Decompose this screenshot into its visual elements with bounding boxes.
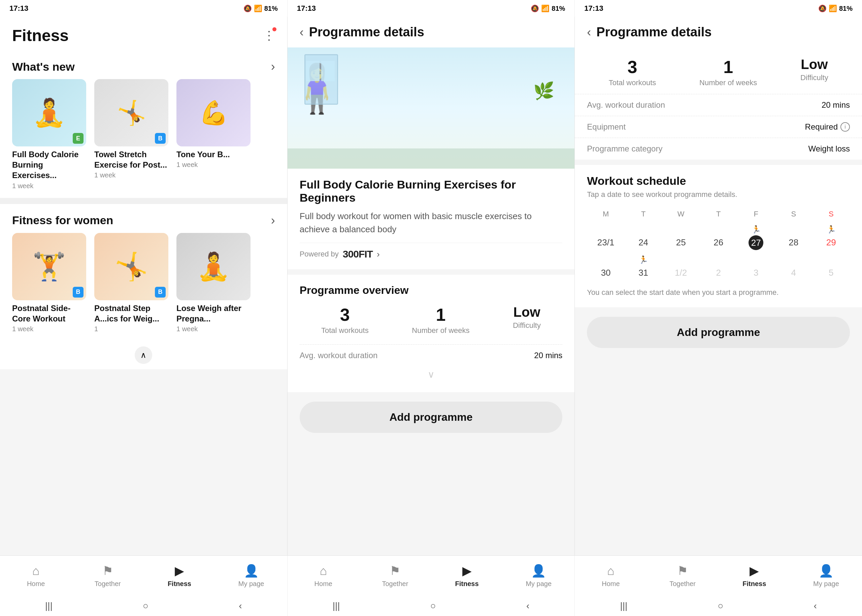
nav-item-home-2[interactable]: ⌂ Home xyxy=(288,556,359,596)
prog-header-middle: ‹ Programme details xyxy=(288,17,575,47)
cal-28[interactable]: 28 xyxy=(775,235,813,250)
p3-equipment-row: Equipment Required i xyxy=(575,116,862,138)
back-button-middle[interactable]: ‹ xyxy=(300,25,304,39)
brand-logo: 300FIT xyxy=(343,248,373,260)
avg-duration-value: 20 mins xyxy=(534,351,562,360)
card-badge-4: B xyxy=(73,287,83,297)
card-tone[interactable]: 💪 Tone Your B... 1 week xyxy=(176,79,250,190)
together-label: Together xyxy=(94,580,121,588)
cal-marker-empty-3 xyxy=(662,225,700,234)
card-title-1: Full Body Calorie Burning Exercises... xyxy=(12,149,86,181)
status-bar-panel-1: 17:13 🔕 📶 81% xyxy=(0,0,288,17)
time-2: 17:13 xyxy=(297,4,316,13)
add-programme-button-right[interactable]: Add programme xyxy=(587,317,850,348)
cal-27-container[interactable]: 27 xyxy=(737,235,775,250)
prog-scroll-right[interactable]: 3 Total workouts 1 Number of weeks Low D… xyxy=(575,47,862,555)
card-duration-3: 1 week xyxy=(176,161,250,169)
mypage-label-2: My page xyxy=(525,580,552,588)
home-label-2: Home xyxy=(315,580,332,588)
fitness-menu-button[interactable]: ⋮ xyxy=(263,28,275,43)
card-lose-weight[interactable]: 🧘 Lose Weigh after Pregna... 1 week xyxy=(176,233,250,333)
card-title-4: Postnatal Side-Core Workout xyxy=(12,303,86,324)
cal-25[interactable]: 25 xyxy=(662,235,700,250)
nav-item-together[interactable]: ⚑ Together xyxy=(72,556,143,596)
p3-category-row: Programme category Weight loss xyxy=(575,138,862,160)
cal-29[interactable]: 29 xyxy=(812,235,850,250)
cal-marker-empty-4 xyxy=(700,225,738,234)
mute-icon-2: 🔕 xyxy=(531,5,539,13)
system-nav: ||| ○ ‹ ||| ○ ‹ ||| ○ ‹ xyxy=(0,596,862,616)
fitness-women-header: Fitness for women › xyxy=(0,204,287,233)
cal-31[interactable]: 31 xyxy=(624,266,662,280)
together-icon-3: ⚑ xyxy=(677,564,688,578)
cal-24[interactable]: 24 xyxy=(624,235,662,250)
card-towel[interactable]: 🤸 B Towel Stretch Exercise for Post... 1… xyxy=(94,79,168,190)
whats-new-arrow[interactable]: › xyxy=(271,60,275,74)
sys-home-1[interactable]: ○ xyxy=(143,600,148,611)
mute-icon-3: 🔕 xyxy=(818,5,827,13)
nav-item-mypage-3[interactable]: 👤 My page xyxy=(790,556,862,596)
nav-item-together-3[interactable]: ⚑ Together xyxy=(647,556,719,596)
total-workouts-num: 3 xyxy=(321,305,369,325)
cal-3[interactable]: 3 xyxy=(737,266,775,280)
nav-item-fitness-3[interactable]: ▶ Fitness xyxy=(719,556,790,596)
sys-back-3[interactable]: ‹ xyxy=(814,600,817,611)
sys-back-1[interactable]: ‹ xyxy=(239,600,242,611)
programme-name: Full Body Calorie Burning Exercises for … xyxy=(300,178,563,204)
prog-title-right: Programme details xyxy=(596,25,711,39)
whats-new-cards: 🧘 E Full Body Calorie Burning Exercises.… xyxy=(0,79,287,198)
card-postnatal-step[interactable]: 🤸 B Postnatal Step A...ics for Weig... 1 xyxy=(94,233,168,333)
add-programme-button-middle[interactable]: Add programme xyxy=(300,402,563,433)
cal-30[interactable]: 30 xyxy=(587,266,624,280)
cal-4[interactable]: 4 xyxy=(775,266,813,280)
cal-marker-fri: 🏃 xyxy=(737,225,775,234)
sys-home-3[interactable]: ○ xyxy=(717,600,723,611)
cal-marker-empty-5 xyxy=(775,225,813,234)
cal-5[interactable]: 5 xyxy=(812,266,850,280)
scroll-up-button[interactable]: ∧ xyxy=(135,346,152,364)
cal-day-Sun: S xyxy=(812,207,850,221)
status-bar-row: 17:13 🔕 📶 81% 17:13 🔕 📶 81% 17:13 🔕 📶 81… xyxy=(0,0,862,17)
p3-avg-label: Avg. workout duration xyxy=(587,100,665,110)
nav-item-mypage[interactable]: 👤 My page xyxy=(216,556,287,596)
mypage-icon-3: 👤 xyxy=(819,564,834,578)
brand-arrow[interactable]: › xyxy=(377,249,380,259)
hero-image: 🧍‍♀️ 🌿 xyxy=(288,47,575,169)
nav-item-home[interactable]: ⌂ Home xyxy=(0,556,72,596)
nav-item-mypage-2[interactable]: 👤 My page xyxy=(503,556,574,596)
nav-panel-3: ⌂ Home ⚑ Together ▶ Fitness 👤 My page xyxy=(575,556,862,596)
nav-item-fitness[interactable]: ▶ Fitness xyxy=(143,556,215,596)
difficulty-num: Low xyxy=(513,305,541,320)
p3-weeks-label: Number of weeks xyxy=(699,79,757,87)
p3-workouts-label: Total workouts xyxy=(609,79,656,87)
fitness-nav-icon: ▶ xyxy=(175,564,184,578)
back-button-right[interactable]: ‹ xyxy=(587,25,591,39)
signal-icon: 📶 xyxy=(254,5,262,13)
info-icon[interactable]: i xyxy=(840,122,850,132)
cal-2[interactable]: 2 xyxy=(700,266,738,280)
sys-menu-3[interactable]: ||| xyxy=(620,600,627,611)
p3-weeks-num: 1 xyxy=(699,57,757,77)
cal-26[interactable]: 26 xyxy=(700,235,738,250)
powered-by-row: Powered by 300FIT › xyxy=(300,243,563,260)
fitness-women-arrow[interactable]: › xyxy=(271,214,275,228)
fitness-women-cards: 🏋️ B Postnatal Side-Core Workout 1 week … xyxy=(0,233,287,341)
sys-menu-2[interactable]: ||| xyxy=(333,600,340,611)
cal-marker-31: 🏃 xyxy=(624,256,662,264)
prog-scroll-middle[interactable]: 🧍‍♀️ 🌿 Full Body Calorie Burning Exercis… xyxy=(288,47,575,555)
nav-item-home-3[interactable]: ⌂ Home xyxy=(575,556,646,596)
scroll-indicator-middle: ∨ xyxy=(300,366,563,383)
card-postnatal-core[interactable]: 🏋️ B Postnatal Side-Core Workout 1 week xyxy=(12,233,86,333)
sys-back-2[interactable]: ‹ xyxy=(526,600,529,611)
cal-1-2[interactable]: 1/2 xyxy=(662,266,700,280)
calendar-week2: 30 31 1/2 2 3 4 5 xyxy=(587,266,850,280)
nav-item-fitness-2[interactable]: ▶ Fitness xyxy=(431,556,503,596)
nav-item-together-2[interactable]: ⚑ Together xyxy=(359,556,431,596)
fitness-scroll[interactable]: What's new › 🧘 E Full Body Calorie Burni… xyxy=(0,50,287,555)
cal-23[interactable]: 23/1 xyxy=(587,235,624,250)
cal-day-S: S xyxy=(775,207,813,221)
panel3-stats: 3 Total workouts 1 Number of weeks Low D… xyxy=(575,47,862,94)
card-full-body[interactable]: 🧘 E Full Body Calorie Burning Exercises.… xyxy=(12,79,86,190)
sys-home-2[interactable]: ○ xyxy=(430,600,436,611)
sys-menu-1[interactable]: ||| xyxy=(45,600,52,611)
